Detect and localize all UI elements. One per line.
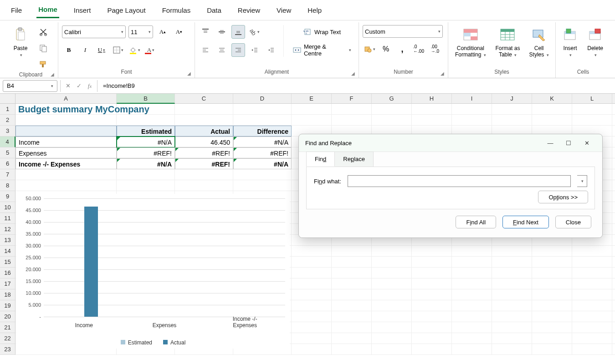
cell-I18[interactable] (452, 289, 492, 300)
cell-I19[interactable] (452, 300, 492, 311)
align-right-button[interactable] (231, 43, 245, 57)
find-next-button[interactable]: Find Next (502, 216, 549, 228)
cell-C7[interactable] (175, 169, 233, 180)
clipboard-launcher-icon[interactable]: ◢ (51, 72, 54, 77)
cell-L15[interactable] (572, 257, 612, 268)
cell-G18[interactable] (372, 289, 412, 300)
cell-K15[interactable] (532, 257, 572, 268)
orientation-button[interactable]: ab▾ (248, 25, 261, 39)
row-header-22[interactable]: 22 (0, 333, 15, 344)
row-headers[interactable]: 1234567891011121314151617181920212223 (0, 104, 15, 355)
cell-L21[interactable] (572, 322, 612, 333)
cell-L14[interactable] (572, 246, 612, 257)
menu-review[interactable]: Review (236, 3, 262, 18)
row-header-1[interactable]: 1 (0, 104, 15, 115)
cell-H2[interactable] (412, 115, 452, 126)
conditional-formatting-button[interactable]: Conditional Formatting ▾ (452, 25, 489, 59)
cell-M13[interactable] (612, 235, 615, 246)
cell-E15[interactable] (292, 257, 332, 268)
decrease-font-button[interactable]: A▾ (172, 25, 186, 39)
alignment-launcher-icon[interactable]: ◢ (351, 71, 355, 76)
cell-J20[interactable] (492, 311, 532, 322)
cell-K18[interactable] (532, 289, 572, 300)
row-header-12[interactable]: 12 (0, 224, 15, 235)
cell-I17[interactable] (452, 278, 492, 289)
cell-I20[interactable] (452, 311, 492, 322)
cell-E18[interactable] (292, 289, 332, 300)
paste-button[interactable]: Paste▾ (7, 25, 34, 59)
row-header-21[interactable]: 21 (0, 322, 15, 333)
col-header-F[interactable]: F (332, 94, 372, 104)
cell-M8[interactable] (612, 180, 615, 191)
cell-J15[interactable] (492, 257, 532, 268)
cell-B2[interactable] (117, 115, 175, 126)
align-bottom-button[interactable] (231, 25, 245, 39)
cell-F1[interactable] (332, 104, 372, 115)
cell-M23[interactable] (612, 344, 615, 355)
wrap-text-button[interactable]: abc Wrap Text (289, 25, 355, 39)
font-launcher-icon[interactable]: ◢ (187, 71, 191, 76)
col-header-I[interactable]: I (452, 94, 492, 104)
column-headers[interactable]: ABCDEFGHIJKLM (15, 94, 615, 104)
fill-color-button[interactable]: ▾ (128, 43, 141, 57)
cell-M9[interactable] (612, 191, 615, 202)
cell-F2[interactable] (332, 115, 372, 126)
comma-button[interactable]: , (395, 42, 409, 56)
cell-E20[interactable] (292, 311, 332, 322)
cell-H23[interactable] (412, 344, 452, 355)
cell-H16[interactable] (412, 268, 452, 278)
enter-formula-button[interactable]: ✓ (73, 81, 84, 91)
decrease-decimal-button[interactable]: .00→.0 (428, 42, 442, 56)
cell-J17[interactable] (492, 278, 532, 289)
cell-F16[interactable] (332, 268, 372, 278)
cell-M15[interactable] (612, 257, 615, 268)
cell-H22[interactable] (412, 333, 452, 344)
cell-D1[interactable] (233, 104, 292, 115)
options-button[interactable]: Options >> (538, 191, 588, 203)
select-all-corner[interactable] (0, 94, 15, 104)
delete-cells-button[interactable]: Delete▾ (584, 25, 607, 59)
cell-F18[interactable] (332, 289, 372, 300)
increase-indent-button[interactable] (264, 43, 278, 57)
cell-H15[interactable] (412, 257, 452, 268)
row-header-11[interactable]: 11 (0, 213, 15, 224)
cell-A3[interactable] (15, 126, 117, 136)
cell-K1[interactable] (532, 104, 572, 115)
insert-cells-button[interactable]: Insert▾ (559, 25, 581, 59)
cell-D2[interactable] (233, 115, 292, 126)
cell-G17[interactable] (372, 278, 412, 289)
cell-G22[interactable] (372, 333, 412, 344)
find-what-input[interactable] (348, 175, 571, 187)
cell-E1[interactable] (292, 104, 332, 115)
cell-K19[interactable] (532, 300, 572, 311)
cell-D4[interactable]: #N/A (233, 136, 292, 147)
cell-K22[interactable] (532, 333, 572, 344)
cell-M17[interactable] (612, 278, 615, 289)
underline-button[interactable]: U▾ (95, 43, 108, 57)
row-header-18[interactable]: 18 (0, 289, 15, 300)
cell-L18[interactable] (572, 289, 612, 300)
cell-K14[interactable] (532, 246, 572, 257)
cell-I2[interactable] (452, 115, 492, 126)
cell-G14[interactable] (372, 246, 412, 257)
cell-H21[interactable] (412, 322, 452, 333)
menu-help[interactable]: Help (306, 3, 323, 18)
col-header-J[interactable]: J (492, 94, 532, 104)
cell-L20[interactable] (572, 311, 612, 322)
row-header-10[interactable]: 10 (0, 202, 15, 213)
cell-K16[interactable] (532, 268, 572, 278)
dialog-titlebar[interactable]: Find and Replace — ☐ ✕ (299, 134, 602, 152)
cell-K23[interactable] (532, 344, 572, 355)
cell-K17[interactable] (532, 278, 572, 289)
col-header-G[interactable]: G (372, 94, 412, 104)
col-header-H[interactable]: H (412, 94, 452, 104)
cell-G20[interactable] (372, 311, 412, 322)
cell-F21[interactable] (332, 322, 372, 333)
menu-insert[interactable]: Insert (72, 3, 93, 18)
cell-G23[interactable] (372, 344, 412, 355)
cell-A5[interactable]: Expenses (15, 147, 117, 158)
align-top-button[interactable] (199, 25, 212, 39)
align-middle-button[interactable] (215, 25, 229, 39)
merge-centre-button[interactable]: Merge & Centre ▾ (289, 43, 355, 57)
cell-J19[interactable] (492, 300, 532, 311)
